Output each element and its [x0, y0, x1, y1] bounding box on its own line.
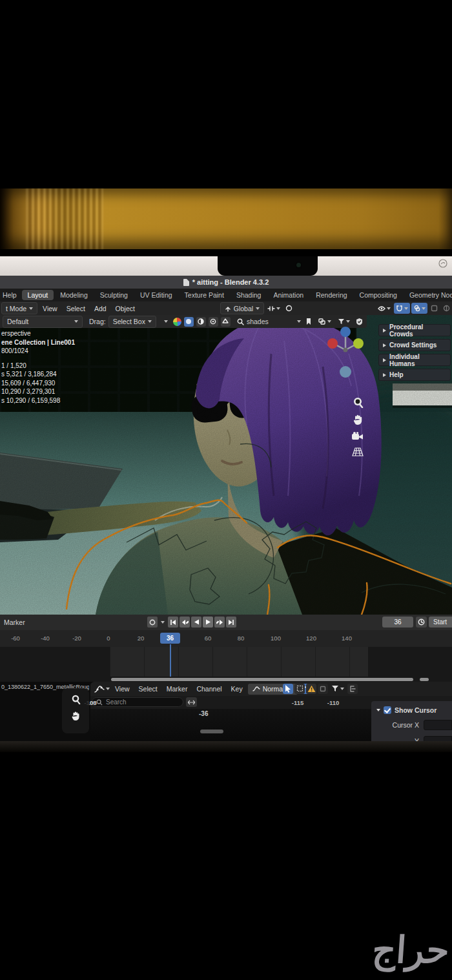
- panel-tab-individual-humans[interactable]: Individual Humans: [378, 354, 451, 366]
- playhead-line[interactable]: [170, 644, 171, 677]
- shading-material-button[interactable]: [196, 317, 206, 327]
- timeline-scrollbar[interactable]: [111, 678, 413, 681]
- proportional-editing-button[interactable]: [283, 303, 294, 314]
- transform-orientation-dropdown[interactable]: Global: [220, 302, 264, 314]
- drag-mode-dropdown[interactable]: Select Box: [108, 316, 156, 328]
- workspace-tab-animation[interactable]: Animation: [267, 290, 309, 300]
- workspace-tab-shading[interactable]: Shading: [231, 290, 267, 300]
- warning-button[interactable]: [306, 684, 316, 694]
- expand-channels-button[interactable]: [186, 697, 197, 707]
- frame-start-field[interactable]: Start: [429, 617, 452, 628]
- chevron-down-icon: [327, 320, 331, 323]
- jump-to-start-button[interactable]: [168, 617, 178, 628]
- ruler-tick: -60: [11, 635, 20, 642]
- graph-menu-view[interactable]: View: [111, 685, 134, 693]
- overlays-icon: [413, 305, 420, 312]
- menu-object[interactable]: Object: [112, 305, 139, 312]
- chevron-down-icon[interactable]: [106, 688, 110, 690]
- box-select-tool-button[interactable]: [294, 684, 305, 694]
- shading-solid-button[interactable]: [184, 317, 194, 327]
- tweak-tool-button[interactable]: [283, 684, 293, 694]
- viewport-shading-extra-toggle[interactable]: [441, 303, 452, 314]
- chevron-down-icon[interactable]: [376, 709, 380, 711]
- snapping-toggle[interactable]: [394, 303, 410, 314]
- gizmo-visibility-button[interactable]: [376, 303, 393, 314]
- overlay-toggle-button[interactable]: [347, 684, 358, 694]
- timeline-menu-marker[interactable]: Marker: [0, 618, 29, 626]
- gold-streaks: [26, 189, 103, 249]
- next-keyframe-button[interactable]: [214, 617, 225, 628]
- previous-keyframe-button[interactable]: [180, 617, 190, 628]
- workspace-tab-modeling[interactable]: Modeling: [54, 290, 94, 300]
- chevron-down-icon[interactable]: [164, 320, 168, 323]
- menu-select[interactable]: Select: [63, 305, 89, 312]
- menu-add[interactable]: Add: [90, 305, 110, 312]
- camera-view-icon[interactable]: [351, 431, 364, 442]
- shading-wireframe-button[interactable]: [221, 317, 231, 327]
- workspace-tab-geometry-nodes[interactable]: Geometry Nodes: [404, 290, 452, 300]
- graph-scrollbar-handle[interactable]: [200, 730, 223, 733]
- shield-icon[interactable]: [356, 318, 363, 325]
- workspace-tab-sculpting[interactable]: Sculpting: [94, 290, 134, 300]
- play-reverse-button[interactable]: [191, 617, 201, 628]
- channel-search-input[interactable]: Search: [92, 697, 183, 707]
- cursor-x-field[interactable]: [424, 720, 452, 730]
- show-cursor-checkbox[interactable]: [384, 706, 391, 714]
- menu-help[interactable]: Help: [0, 291, 22, 299]
- jump-to-end-button[interactable]: [226, 617, 236, 628]
- stat-objects: 1 / 1,520: [1, 362, 75, 371]
- chevron-down-icon[interactable]: [297, 320, 301, 323]
- stat-faces: 10,290 / 3,279,301: [1, 387, 75, 396]
- graph-menu-marker[interactable]: Marker: [163, 685, 192, 693]
- collections-icon: [318, 318, 326, 325]
- graph-menu-select[interactable]: Select: [135, 685, 161, 693]
- workspace-tab-layout[interactable]: Layout: [22, 290, 54, 300]
- stat-perspective: erspective: [1, 329, 75, 338]
- shading-solid-icon: [185, 318, 192, 325]
- chevron-down-icon: [256, 307, 260, 310]
- snap-target-button[interactable]: [265, 303, 282, 314]
- graph-ruler-tick: -110: [327, 699, 340, 706]
- use-preview-range-button[interactable]: [416, 617, 427, 628]
- menu-view[interactable]: View: [39, 305, 61, 312]
- shading-rendered-button[interactable]: [209, 317, 218, 327]
- ghost-curves-button[interactable]: [318, 684, 328, 694]
- mode-dropdown[interactable]: t Mode: [1, 302, 37, 314]
- perspective-grid-icon[interactable]: [352, 447, 364, 456]
- graph-menu-key[interactable]: Key: [227, 685, 247, 693]
- stat-edges: 15,609 / 6,447,930: [1, 379, 75, 388]
- timeline-ruler[interactable]: -60 -40 -20 0 20 40 60 80 100 120 140 36: [0, 630, 452, 647]
- preset-dropdown[interactable]: Default: [3, 316, 83, 328]
- workspace-tab-texture-paint[interactable]: Texture Paint: [179, 290, 230, 300]
- pan-hand-icon[interactable]: [352, 414, 364, 425]
- workspace-tab-uv-editing[interactable]: UV Editing: [134, 290, 178, 300]
- zoom-tool-icon[interactable]: [70, 694, 81, 704]
- current-frame-field[interactable]: 36: [382, 617, 413, 628]
- bookmark-icon[interactable]: [305, 318, 312, 325]
- viewport-3d[interactable]: Default Drag: Select Box: [0, 315, 452, 615]
- next-keyframe-icon: [216, 620, 223, 625]
- collapse-arrow-icon: [383, 329, 386, 332]
- play-button[interactable]: [203, 617, 213, 628]
- timeline-tracks[interactable]: [0, 647, 452, 682]
- zoom-view-icon[interactable]: [352, 396, 364, 408]
- material-preview-sphere-icon[interactable]: [173, 318, 181, 326]
- pan-hand-tool-icon[interactable]: [70, 711, 81, 721]
- panel-tab-crowd-settings[interactable]: Crowd Settings: [378, 339, 451, 351]
- fcurve-editor-icon[interactable]: [94, 685, 105, 693]
- workspace-tab-compositing[interactable]: Compositing: [354, 290, 403, 300]
- chevron-down-icon[interactable]: [161, 621, 165, 624]
- workspace-tab-rendering[interactable]: Rendering: [310, 290, 353, 300]
- panel-tab-procedural-crowds[interactable]: Procedural Crowds: [378, 324, 451, 336]
- panel-tab-help[interactable]: Help: [378, 369, 451, 381]
- playhead[interactable]: 36: [160, 633, 180, 644]
- xray-toggle[interactable]: [429, 303, 440, 314]
- graph-menu-channel[interactable]: Channel: [192, 685, 225, 693]
- graph-filter-button[interactable]: [329, 683, 346, 694]
- navigation-gizmo[interactable]: [327, 325, 364, 383]
- record-button[interactable]: [147, 617, 158, 628]
- overlays-toggle[interactable]: [411, 303, 427, 314]
- viewport-search[interactable]: shades: [233, 318, 269, 325]
- timeline-scrollbar-handle[interactable]: [420, 678, 429, 681]
- record-icon: [149, 619, 156, 626]
